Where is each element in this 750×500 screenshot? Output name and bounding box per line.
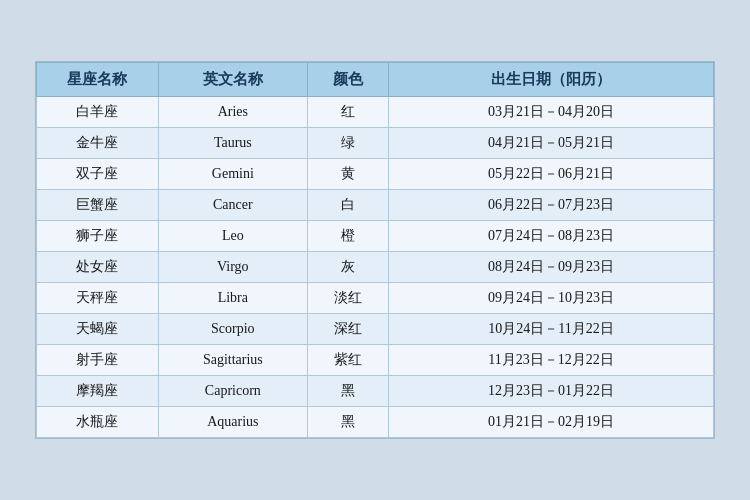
cell-chinese: 处女座 <box>37 252 159 283</box>
cell-color: 淡红 <box>307 283 388 314</box>
cell-chinese: 天秤座 <box>37 283 159 314</box>
cell-chinese: 双子座 <box>37 159 159 190</box>
table-row: 金牛座Taurus绿04月21日－05月21日 <box>37 128 714 159</box>
cell-english: Leo <box>158 221 307 252</box>
cell-chinese: 金牛座 <box>37 128 159 159</box>
cell-color: 黄 <box>307 159 388 190</box>
cell-color: 黑 <box>307 407 388 438</box>
cell-date: 06月22日－07月23日 <box>389 190 714 221</box>
cell-color: 白 <box>307 190 388 221</box>
cell-chinese: 白羊座 <box>37 97 159 128</box>
table-row: 水瓶座Aquarius黑01月21日－02月19日 <box>37 407 714 438</box>
cell-color: 灰 <box>307 252 388 283</box>
cell-date: 01月21日－02月19日 <box>389 407 714 438</box>
zodiac-table-container: 星座名称 英文名称 颜色 出生日期（阳历） 白羊座Aries红03月21日－04… <box>35 61 715 439</box>
cell-date: 05月22日－06月21日 <box>389 159 714 190</box>
cell-chinese: 水瓶座 <box>37 407 159 438</box>
cell-english: Virgo <box>158 252 307 283</box>
cell-english: Libra <box>158 283 307 314</box>
cell-color: 深红 <box>307 314 388 345</box>
cell-date: 10月24日－11月22日 <box>389 314 714 345</box>
cell-date: 07月24日－08月23日 <box>389 221 714 252</box>
cell-date: 12月23日－01月22日 <box>389 376 714 407</box>
cell-chinese: 射手座 <box>37 345 159 376</box>
cell-date: 03月21日－04月20日 <box>389 97 714 128</box>
table-header-row: 星座名称 英文名称 颜色 出生日期（阳历） <box>37 63 714 97</box>
cell-color: 红 <box>307 97 388 128</box>
cell-chinese: 天蝎座 <box>37 314 159 345</box>
cell-date: 08月24日－09月23日 <box>389 252 714 283</box>
table-row: 射手座Sagittarius紫红11月23日－12月22日 <box>37 345 714 376</box>
cell-color: 黑 <box>307 376 388 407</box>
zodiac-table: 星座名称 英文名称 颜色 出生日期（阳历） 白羊座Aries红03月21日－04… <box>36 62 714 438</box>
cell-chinese: 摩羯座 <box>37 376 159 407</box>
cell-date: 04月21日－05月21日 <box>389 128 714 159</box>
cell-english: Aquarius <box>158 407 307 438</box>
cell-english: Aries <box>158 97 307 128</box>
header-english: 英文名称 <box>158 63 307 97</box>
cell-date: 11月23日－12月22日 <box>389 345 714 376</box>
table-row: 狮子座Leo橙07月24日－08月23日 <box>37 221 714 252</box>
cell-chinese: 巨蟹座 <box>37 190 159 221</box>
cell-english: Cancer <box>158 190 307 221</box>
cell-english: Taurus <box>158 128 307 159</box>
table-row: 天秤座Libra淡红09月24日－10月23日 <box>37 283 714 314</box>
header-color: 颜色 <box>307 63 388 97</box>
header-date: 出生日期（阳历） <box>389 63 714 97</box>
cell-english: Gemini <box>158 159 307 190</box>
cell-color: 紫红 <box>307 345 388 376</box>
cell-english: Scorpio <box>158 314 307 345</box>
table-row: 双子座Gemini黄05月22日－06月21日 <box>37 159 714 190</box>
table-row: 摩羯座Capricorn黑12月23日－01月22日 <box>37 376 714 407</box>
cell-english: Sagittarius <box>158 345 307 376</box>
table-row: 巨蟹座Cancer白06月22日－07月23日 <box>37 190 714 221</box>
cell-english: Capricorn <box>158 376 307 407</box>
cell-chinese: 狮子座 <box>37 221 159 252</box>
cell-color: 绿 <box>307 128 388 159</box>
table-row: 天蝎座Scorpio深红10月24日－11月22日 <box>37 314 714 345</box>
cell-date: 09月24日－10月23日 <box>389 283 714 314</box>
header-chinese: 星座名称 <box>37 63 159 97</box>
table-row: 白羊座Aries红03月21日－04月20日 <box>37 97 714 128</box>
cell-color: 橙 <box>307 221 388 252</box>
table-row: 处女座Virgo灰08月24日－09月23日 <box>37 252 714 283</box>
